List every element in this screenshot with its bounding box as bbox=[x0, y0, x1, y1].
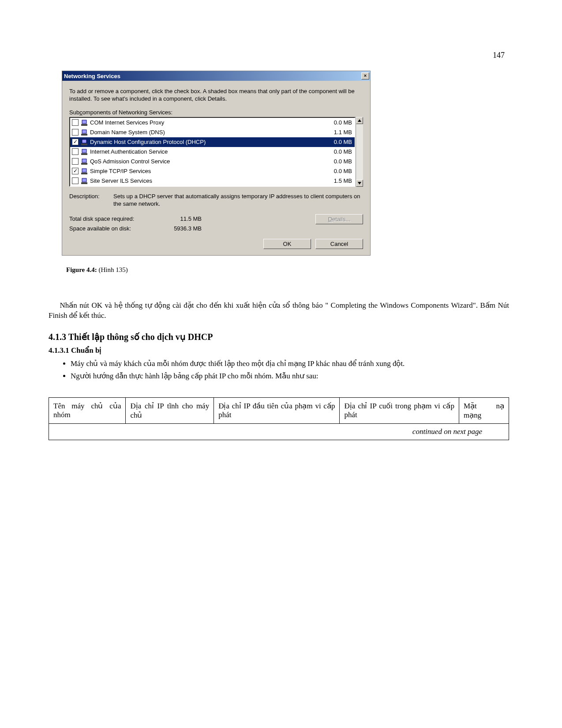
list-item[interactable]: Site Server ILS Services 1.5 MB bbox=[70, 176, 355, 186]
item-size: 0.0 MB bbox=[334, 139, 353, 145]
page-number: 147 bbox=[493, 51, 505, 60]
table-header-cell: Mặt nạ mạng bbox=[459, 397, 509, 423]
component-icon bbox=[81, 168, 88, 175]
ok-button[interactable]: OK bbox=[263, 239, 311, 249]
item-size: 0.0 MB bbox=[334, 119, 353, 126]
list-item[interactable]: ✓ Dynamic Host Configuration Protocol (D… bbox=[70, 137, 355, 147]
available-space-label: Space available on disk: bbox=[69, 224, 162, 234]
svg-rect-3 bbox=[81, 134, 87, 136]
table-header-cell: Địa chỉ IP cuối trong phạm vi cấp phát bbox=[340, 397, 459, 423]
bullet-list: Máy chủ và máy khách của mỗi nhóm được t… bbox=[62, 358, 509, 381]
component-icon bbox=[81, 129, 88, 136]
continued-cell: continued on next page bbox=[49, 423, 509, 440]
vertical-scrollbar[interactable] bbox=[356, 117, 363, 187]
item-size: 1.5 MB bbox=[334, 177, 353, 184]
item-size: 0.0 MB bbox=[334, 168, 353, 174]
description-label: Description: bbox=[69, 193, 113, 208]
chevron-down-icon bbox=[358, 182, 361, 185]
svg-rect-8 bbox=[82, 159, 86, 162]
svg-rect-11 bbox=[81, 173, 87, 174]
chevron-up-icon bbox=[358, 119, 361, 122]
svg-rect-12 bbox=[82, 178, 86, 182]
svg-rect-7 bbox=[81, 153, 87, 155]
cancel-button[interactable]: Cancel bbox=[315, 239, 363, 249]
section-heading: 4.1.3 Thiết lập thông số cho dịch vụ DHC… bbox=[49, 332, 509, 342]
item-size: 0.0 MB bbox=[334, 148, 353, 155]
table-header-cell: Địa chỉ IP đầu tiên của phạm vi cấp phát bbox=[214, 397, 340, 423]
table-header-cell: Địa chỉ IP tĩnh cho máy chủ bbox=[126, 397, 214, 423]
svg-marker-14 bbox=[358, 119, 361, 122]
total-space-value: 11.5 MB bbox=[162, 214, 202, 224]
dialog-titlebar: Networking Services × bbox=[62, 71, 370, 81]
svg-rect-10 bbox=[82, 169, 86, 172]
checkbox[interactable] bbox=[72, 158, 79, 165]
list-item: Máy chủ và máy khách của mỗi nhóm được t… bbox=[71, 358, 509, 369]
table-row: continued on next page bbox=[49, 423, 509, 440]
item-size: 0.0 MB bbox=[334, 158, 353, 165]
svg-rect-9 bbox=[81, 163, 87, 165]
item-label: Internet Authentication Service bbox=[90, 148, 334, 155]
subcomponents-label: Subcomponents of Networking Services: bbox=[69, 109, 363, 116]
svg-rect-1 bbox=[81, 124, 87, 126]
list-item[interactable]: QoS Admission Control Service 0.0 MB bbox=[70, 157, 355, 166]
component-icon bbox=[81, 158, 88, 165]
item-size: 1.1 MB bbox=[334, 129, 353, 136]
list-item[interactable]: Domain Name System (DNS) 1.1 MB bbox=[70, 128, 355, 137]
item-label: Dynamic Host Configuration Protocol (DHC… bbox=[90, 139, 334, 145]
table-header-cell: Tên máy chủ của nhóm bbox=[49, 397, 126, 423]
item-label: Domain Name System (DNS) bbox=[90, 129, 334, 136]
svg-rect-0 bbox=[82, 120, 86, 124]
networking-services-dialog: Networking Services × To add or remove a… bbox=[62, 71, 371, 256]
item-label: COM Internet Services Proxy bbox=[90, 119, 334, 126]
svg-rect-5 bbox=[81, 143, 87, 145]
available-space-value: 5936.3 MB bbox=[162, 224, 202, 234]
list-item[interactable]: COM Internet Services Proxy 0.0 MB bbox=[70, 118, 355, 128]
svg-rect-4 bbox=[82, 140, 86, 143]
dialog-instruction: To add or remove a component, click the … bbox=[69, 88, 363, 103]
component-icon bbox=[81, 139, 88, 146]
table-row: Tên máy chủ của nhóm Địa chỉ IP tĩnh cho… bbox=[49, 397, 509, 423]
component-icon bbox=[81, 177, 88, 185]
list-item: Người hướng dẫn thực hành lập bảng cấp p… bbox=[71, 371, 509, 381]
checkbox[interactable] bbox=[72, 129, 79, 136]
subsection-heading: 4.1.3.1 Chuẩn bị bbox=[49, 346, 509, 355]
checkbox[interactable]: ✓ bbox=[72, 168, 79, 174]
body-paragraph: Nhấn nút OK và hệ thống tự động cài đặt … bbox=[49, 300, 509, 321]
svg-rect-13 bbox=[81, 182, 87, 184]
close-button[interactable]: × bbox=[361, 72, 369, 79]
figure-caption: Figure 4.4: (Hình 135) bbox=[66, 266, 509, 274]
dialog-title: Networking Services bbox=[64, 73, 120, 79]
checkbox[interactable]: ✓ bbox=[72, 139, 79, 145]
checkbox[interactable] bbox=[72, 148, 79, 155]
item-label: Site Server ILS Services bbox=[90, 177, 334, 184]
total-space-label: Total disk space required: bbox=[69, 214, 162, 224]
scroll-up-button[interactable] bbox=[356, 117, 363, 124]
svg-rect-2 bbox=[82, 130, 86, 133]
svg-rect-6 bbox=[82, 149, 86, 153]
close-icon: × bbox=[364, 73, 367, 78]
component-icon bbox=[81, 119, 88, 126]
checkbox[interactable] bbox=[72, 177, 79, 184]
item-label: QoS Admission Control Service bbox=[90, 158, 334, 165]
ip-allocation-table: Tên máy chủ của nhóm Địa chỉ IP tĩnh cho… bbox=[49, 397, 509, 440]
item-label: Simple TCP/IP Services bbox=[90, 168, 334, 174]
checkbox[interactable] bbox=[72, 119, 79, 126]
scroll-track[interactable] bbox=[356, 124, 363, 180]
list-item[interactable]: ✓ Simple TCP/IP Services 0.0 MB bbox=[70, 166, 355, 176]
svg-marker-15 bbox=[358, 182, 361, 185]
subcomponents-listbox[interactable]: COM Internet Services Proxy 0.0 MB Domai… bbox=[69, 117, 356, 187]
component-icon bbox=[81, 148, 88, 155]
description-text: Sets up a DHCP server that automatically… bbox=[113, 193, 363, 208]
details-button[interactable]: Details... bbox=[315, 214, 363, 224]
scroll-down-button[interactable] bbox=[356, 180, 363, 187]
list-item[interactable]: Internet Authentication Service 0.0 MB bbox=[70, 147, 355, 157]
